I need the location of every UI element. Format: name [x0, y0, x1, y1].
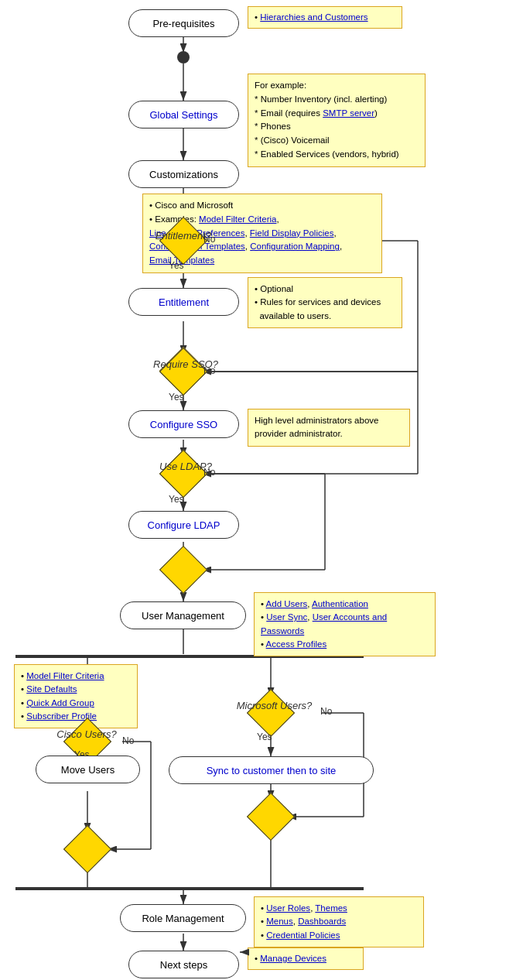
diagram: Pre-requisites • Hierarchies and Custome… — [0, 0, 523, 980]
move-users-box: Move Users — [36, 756, 140, 783]
entitlement-box[interactable]: Entitlement — [128, 288, 239, 316]
svg-point-3 — [177, 51, 190, 63]
global-settings-note: For example: * Number Inventory (incl. a… — [248, 74, 426, 167]
model-filter-link1[interactable]: Model Filter Criteria — [199, 214, 276, 224]
require-sso-label: Require SSO? — [128, 358, 244, 370]
use-ldap-yes-label: Yes — [169, 494, 184, 505]
right-merge-diamond — [247, 793, 295, 841]
add-users-link[interactable]: Add Users — [266, 599, 308, 608]
field-display-link[interactable]: Field Display Policies — [250, 228, 334, 238]
global-settings-label: Global Settings — [149, 109, 217, 121]
themes-link[interactable]: Themes — [315, 903, 347, 913]
microsoft-users-diamond — [247, 689, 295, 737]
configure-ldap-box[interactable]: Configure LDAP — [128, 511, 239, 539]
configure-sso-note: High level administrators above provider… — [248, 409, 410, 447]
customizations-label: Customizations — [149, 169, 218, 180]
configure-sso-box[interactable]: Configure SSO — [128, 410, 239, 438]
entitlement-no-label: No — [203, 234, 215, 245]
move-users-label: Move Users — [61, 764, 115, 776]
entitlement-note: • Optional • Rules for services and devi… — [248, 277, 402, 328]
use-ldap-diamond — [159, 450, 207, 498]
use-ldap-no-label: No — [203, 467, 215, 478]
prerequisites-box: Pre-requisites — [128, 9, 239, 37]
global-settings-box[interactable]: Global Settings — [128, 101, 239, 128]
authentication-link[interactable]: Authentication — [312, 599, 368, 608]
dashboards-link[interactable]: Dashboards — [298, 917, 346, 926]
require-sso-yes-label: Yes — [169, 392, 184, 403]
model-filter-link2[interactable]: Model Filter Criteria — [26, 671, 104, 680]
entitlement-yes-label: Yes — [169, 260, 184, 271]
configure-ldap-label: Configure LDAP — [148, 519, 220, 531]
smtp-link[interactable]: SMTP server — [323, 108, 374, 118]
sync-customer-box[interactable]: Sync to customer then to site — [169, 756, 374, 784]
prerequisites-label: Pre-requisites — [152, 18, 214, 29]
user-roles-link[interactable]: User Roles — [266, 903, 310, 913]
next-steps-label: Next steps — [160, 959, 207, 971]
user-management-note: • Add Users, Authentication • User Sync,… — [254, 592, 436, 656]
credential-policies-link[interactable]: Credential Policies — [266, 930, 340, 940]
role-management-note: • User Roles, Themes • Menus, Dashboards… — [254, 896, 424, 947]
cisco-side-note: • Model Filter Criteria • Site Defaults … — [14, 664, 138, 728]
prereq-link[interactable]: Hierarchies and Customers — [260, 12, 367, 22]
microsoft-yes-label: Yes — [257, 732, 272, 742]
user-management-label: User Management — [142, 610, 224, 622]
configure-sso-label: Configure SSO — [150, 419, 217, 430]
role-management-label: Role Management — [142, 913, 224, 924]
access-profiles-link[interactable]: Access Profiles — [266, 639, 327, 649]
require-sso-no-label: No — [203, 365, 215, 376]
role-management-box: Role Management — [120, 904, 246, 932]
customizations-box: Customizations — [128, 160, 239, 188]
entitlement-question-label: Entitlement? — [133, 230, 234, 242]
next-steps-note: • Manage Devices — [248, 947, 364, 970]
sync-customer-label: Sync to customer then to site — [207, 765, 337, 776]
use-ldap-label: Use LDAP? — [132, 461, 240, 472]
require-sso-diamond2 — [159, 348, 207, 396]
next-steps-box: Next steps — [128, 951, 239, 978]
entitlement-label: Entitlement — [159, 296, 209, 308]
menus-link[interactable]: Menus — [266, 917, 293, 926]
site-defaults-link[interactable]: Site Defaults — [26, 684, 77, 694]
microsoft-users-label: Microsoft Users? — [210, 700, 338, 711]
left-merge-diamond — [63, 825, 111, 873]
quick-add-link[interactable]: Quick Add Group — [26, 698, 94, 708]
manage-devices-link[interactable]: Manage Devices — [260, 954, 326, 963]
user-sync-link[interactable]: User Sync — [266, 612, 307, 622]
prerequisites-note: • Hierarchies and Customers — [248, 6, 402, 29]
post-ldap-diamond — [159, 546, 207, 594]
config-mapping-link[interactable]: Configuration Mapping — [250, 242, 340, 251]
cisco-no-label: No — [122, 735, 134, 746]
microsoft-no-label: No — [320, 706, 332, 717]
user-management-box: User Management — [120, 601, 246, 629]
